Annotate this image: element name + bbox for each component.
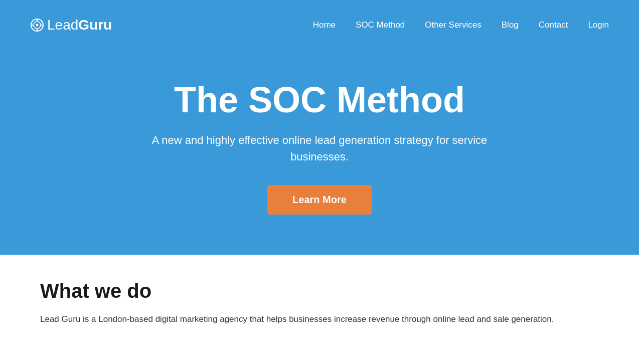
nav-blog[interactable]: Blog <box>502 20 519 30</box>
target-icon <box>30 18 44 32</box>
what-we-do-section: What we do Lead Guru is a London-based d… <box>0 255 639 346</box>
hero-section: The SOC Method A new and highly effectiv… <box>0 50 639 255</box>
nav-home[interactable]: Home <box>313 20 336 30</box>
hero-subheading: A new and highly effective online lead g… <box>149 132 490 165</box>
main-nav: Home SOC Method Other Services Blog Cont… <box>313 20 609 30</box>
content-body: Lead Guru is a London-based digital mark… <box>40 312 572 326</box>
hero-heading: The SOC Method <box>174 80 465 120</box>
logo-text: LeadGuru <box>47 17 112 33</box>
nav-contact[interactable]: Contact <box>539 20 568 30</box>
nav-other-services[interactable]: Other Services <box>425 20 481 30</box>
nav-soc-method[interactable]: SOC Method <box>356 20 405 30</box>
nav-login[interactable]: Login <box>588 20 609 30</box>
learn-more-button[interactable]: Learn More <box>267 185 372 215</box>
site-header: LeadGuru Home SOC Method Other Services … <box>0 0 639 50</box>
logo[interactable]: LeadGuru <box>30 17 112 33</box>
content-heading: What we do <box>40 280 599 302</box>
svg-point-2 <box>36 24 39 27</box>
